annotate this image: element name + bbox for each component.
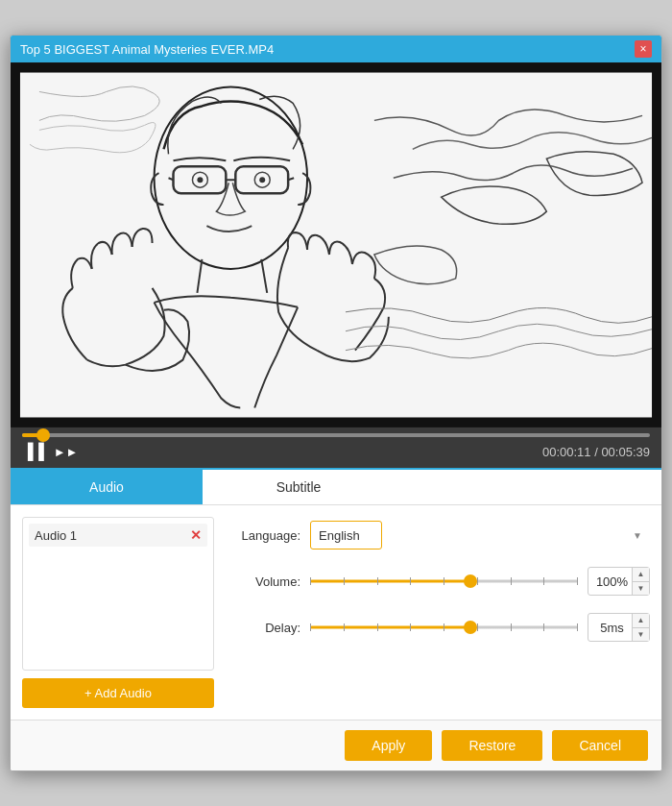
list-item[interactable]: Audio 1 ✕ bbox=[29, 524, 207, 547]
tab-section: Audio Subtitle Audio 1 ✕ + Add Audio bbox=[11, 468, 661, 720]
delay-up[interactable]: ▲ bbox=[633, 614, 649, 628]
content-area: Audio 1 ✕ + Add Audio Language: English … bbox=[11, 505, 661, 720]
title-bar: Top 5 BIGGEST Animal Mysteries EVER.MP4 … bbox=[11, 36, 661, 62]
delay-row: Delay: bbox=[233, 613, 650, 642]
language-select[interactable]: English French German Spanish Japanese C… bbox=[310, 521, 382, 550]
delay-down[interactable]: ▼ bbox=[633, 628, 649, 642]
delay-input[interactable]: 5ms ▲ ▼ bbox=[588, 613, 650, 642]
progress-track[interactable] bbox=[22, 433, 650, 437]
video-preview bbox=[11, 62, 661, 427]
video-area bbox=[11, 62, 661, 427]
total-time: 00:05:39 bbox=[601, 445, 650, 459]
time-display: 00:00:11 / 00:05:39 bbox=[542, 445, 650, 459]
fast-forward-button[interactable]: ►► bbox=[54, 445, 79, 459]
audio-settings: Language: English French German Spanish … bbox=[233, 517, 650, 708]
audio-panel: Audio 1 ✕ + Add Audio bbox=[22, 517, 214, 708]
language-select-wrap[interactable]: English French German Spanish Japanese C… bbox=[310, 521, 650, 550]
volume-thumb[interactable] bbox=[464, 574, 477, 588]
svg-point-10 bbox=[197, 177, 203, 183]
cancel-button[interactable]: Cancel bbox=[552, 730, 648, 761]
current-time: 00:00:11 bbox=[542, 445, 591, 459]
volume-slider[interactable] bbox=[310, 572, 578, 591]
video-canvas bbox=[11, 62, 661, 427]
volume-spinner-arrows[interactable]: ▲ ▼ bbox=[632, 568, 649, 595]
bottom-bar: Apply Restore Cancel bbox=[11, 720, 661, 770]
tab-subtitle[interactable]: Subtitle bbox=[203, 470, 395, 504]
delay-slider[interactable] bbox=[310, 618, 578, 637]
volume-input[interactable]: 100% ▲ ▼ bbox=[588, 567, 650, 596]
delay-label: Delay: bbox=[233, 621, 300, 635]
language-label: Language: bbox=[233, 528, 300, 543]
main-window: Top 5 BIGGEST Animal Mysteries EVER.MP4 … bbox=[10, 35, 662, 771]
fast-forward-icon: ►► bbox=[54, 445, 79, 459]
tab-audio[interactable]: Audio bbox=[11, 470, 203, 504]
restore-button[interactable]: Restore bbox=[442, 730, 542, 761]
audio-remove-button[interactable]: ✕ bbox=[190, 527, 202, 543]
progress-thumb[interactable] bbox=[36, 428, 50, 442]
audio-list: Audio 1 ✕ bbox=[22, 517, 214, 671]
add-audio-button[interactable]: + Add Audio bbox=[22, 678, 214, 708]
playback-controls: ▐▐ ►► bbox=[22, 443, 78, 460]
delay-thumb[interactable] bbox=[464, 621, 477, 634]
progress-row[interactable] bbox=[22, 433, 650, 437]
audio-item-name: Audio 1 bbox=[35, 528, 77, 543]
volume-label: Volume: bbox=[233, 574, 300, 589]
volume-row: Volume: bbox=[233, 567, 650, 596]
close-button[interactable]: × bbox=[635, 40, 652, 58]
language-row: Language: English French German Spanish … bbox=[233, 521, 650, 550]
window-title: Top 5 BIGGEST Animal Mysteries EVER.MP4 bbox=[20, 42, 274, 57]
apply-button[interactable]: Apply bbox=[345, 730, 432, 761]
pause-icon: ▐▐ bbox=[22, 443, 44, 460]
playback-row: ▐▐ ►► 00:00:11 / 00:05:39 bbox=[22, 443, 650, 460]
volume-down[interactable]: ▼ bbox=[633, 582, 649, 596]
pause-button[interactable]: ▐▐ bbox=[22, 443, 44, 460]
svg-point-11 bbox=[259, 177, 265, 183]
controls-bar: ▐▐ ►► 00:00:11 / 00:05:39 bbox=[11, 427, 661, 468]
volume-up[interactable]: ▲ bbox=[633, 568, 649, 582]
delay-spinner-arrows[interactable]: ▲ ▼ bbox=[632, 614, 649, 641]
tab-row: Audio Subtitle bbox=[11, 470, 661, 505]
